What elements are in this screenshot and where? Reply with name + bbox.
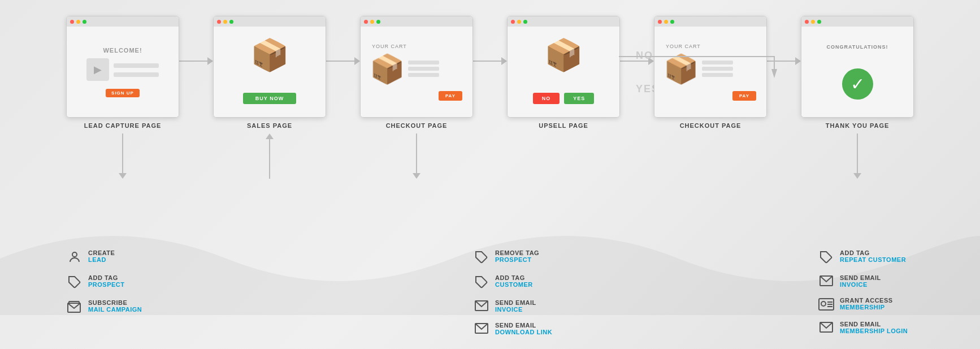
add-tag-prospect-subtitle: PROSPECT [88,281,125,288]
h-arrowhead-2 [354,57,360,65]
action-send-email-download: SEND EMAIL DOWNLOAD LINK [474,322,632,338]
titlebar-sales [214,16,326,27]
remove-tag-title: REMOVE TAG [495,249,539,256]
arrow-down-lead [119,133,127,179]
thankyou-actions-column: ADD TAG REPEAT CUSTOMER SEND EMAIL INVOI… [818,249,977,338]
cart-field-2c [702,73,733,77]
dot-green-c1 [376,20,380,24]
no-button[interactable]: NO [533,93,560,104]
v-line-up-sales [269,139,270,179]
v-arrowhead-lead [119,173,127,179]
dot-red-s [217,20,221,24]
svg-point-1 [72,252,77,257]
envelope-icon-2 [474,323,489,338]
check-circle: ✓ [842,68,873,100]
input-mock-1 [114,63,159,68]
send-email-invoice-2-text: SEND EMAIL INVOICE [840,274,881,288]
send-email-membership-title: SEND EMAIL [840,321,908,328]
subscribe-text: SUBSCRIBE MAIL CAMPAIGN [88,299,142,313]
lead-actions-column: CREATE LEAD ADD TAG PROSPECT [67,249,202,338]
cart-field-1c [408,73,439,77]
arrow-lead-to-sales [179,57,213,65]
buy-now-button[interactable]: BUY NOW [243,93,296,104]
repeat-customer-title: ADD TAG [840,249,906,256]
person-icon [67,251,83,268]
page-label-upsell: UPSELL PAGE [539,122,588,129]
titlebar-thankyou [801,16,913,27]
page-label-lead-capture: LEAD CAPTURE PAGE [84,122,162,129]
dot-red-t [805,20,809,24]
send-email-invoice-1-text: SEND EMAIL INVOICE [495,299,536,313]
yes-button[interactable]: YES [564,93,594,104]
svg-rect-4 [69,301,79,303]
flow-item-lead-capture: WELCOME! ▶ SIGN UP LEAD CAPTURE PAGE [66,16,179,129]
signup-button[interactable]: SIGN UP [106,89,140,97]
cart-fields-1 [408,61,439,77]
arrow-checkout1-to-upsell [473,57,507,65]
dot-green-s [229,20,233,24]
browser-content-checkout2: YOUR CART 📦 PAY [654,27,766,117]
flow-item-sales: 📦 BUY NOW SALES PAGE [213,16,326,129]
flow-item-upsell: 📦 NO YES UPSELL PAGE NO YES [507,16,620,129]
send-email-invoice-1-title: SEND EMAIL [495,299,536,306]
page-label-sales: SALES PAGE [247,122,292,129]
browser-window-lead-capture: WELCOME! ▶ SIGN UP [66,16,179,118]
page-label-thankyou: THANK YOU PAGE [826,122,890,129]
checkout-actions-column: REMOVE TAG PROSPECT ADD TAG CUSTOMER [474,249,632,338]
flow-wrapper: WELCOME! ▶ SIGN UP LEAD CAPTURE PAGE [0,0,980,129]
h-line-5 [767,61,795,62]
browser-window-checkout2: YOUR CART 📦 PAY [654,16,767,118]
mail-stack-icon [67,300,83,317]
send-email-download-subtitle: DOWNLOAD LINK [495,329,552,335]
browser-content-sales: 📦 BUY NOW [214,27,326,117]
add-tag-customer-text: ADD TAG CUSTOMER [495,274,533,288]
grant-access-subtitle: MEMBERSHIP [840,304,893,311]
titlebar-upsell [508,16,619,27]
pay-button-2[interactable]: PAY [732,91,756,101]
pay-button-1[interactable]: PAY [439,91,462,101]
h-line-3 [473,61,501,62]
arrow-sales-to-checkout [326,57,360,65]
action-add-tag-customer: ADD TAG CUSTOMER [474,274,632,292]
add-tag-customer-title: ADD TAG [495,274,533,281]
browser-content-lead-capture: WELCOME! ▶ SIGN UP [67,27,179,117]
dot-red-c1 [364,20,368,24]
browser-window-checkout1: YOUR CART 📦 PAY [360,16,473,118]
flow-item-checkout1: YOUR CART 📦 PAY CHECKOUT PAGE [360,16,473,129]
browser-window-sales: 📦 BUY NOW [213,16,326,118]
cart-label-checkout1: YOUR CART [372,44,407,49]
v-line-thankyou [857,133,858,173]
create-subtitle: LEAD [88,256,115,263]
dot-yellow-s [223,20,227,24]
dot-red [70,20,74,24]
box-icon-upsell: 📦 [544,40,583,71]
v-arrowhead-thankyou [853,173,861,179]
action-grant-access: GRANT ACCESS MEMBERSHIP [818,297,977,314]
tag-icon-remove [474,251,489,268]
tag-icon-1 [67,275,83,292]
browser-content-checkout1: YOUR CART 📦 PAY [361,27,472,117]
cart-field-2a [702,61,733,64]
cart-fields-2 [702,61,733,77]
dot-yellow-c1 [370,20,374,24]
cart-field-1a [408,61,439,64]
id-card-icon [818,298,834,314]
create-lead-text: CREATE LEAD [88,249,115,263]
add-tag-prospect-text: ADD TAG PROSPECT [88,274,125,288]
dot-red-c2 [658,20,662,24]
dot-red-u [511,20,515,24]
page-label-checkout2: CHECKOUT PAGE [680,122,741,129]
actions-area: CREATE LEAD ADD TAG PROSPECT [0,249,980,338]
send-email-membership-text: SEND EMAIL MEMBERSHIP LOGIN [840,321,908,334]
v-arrowhead-checkout1 [413,173,420,179]
remove-tag-text: REMOVE TAG PROSPECT [495,249,539,263]
input-mock-2 [114,72,159,77]
dot-yellow-u [517,20,521,24]
svg-point-12 [821,301,826,306]
action-send-email-invoice-2: SEND EMAIL INVOICE [818,274,977,290]
action-remove-tag: REMOVE TAG PROSPECT [474,249,632,268]
h-arrowhead-3 [501,57,507,65]
spacer-1 [202,249,474,338]
dot-green-u [523,20,527,24]
h-line-1 [179,61,207,62]
